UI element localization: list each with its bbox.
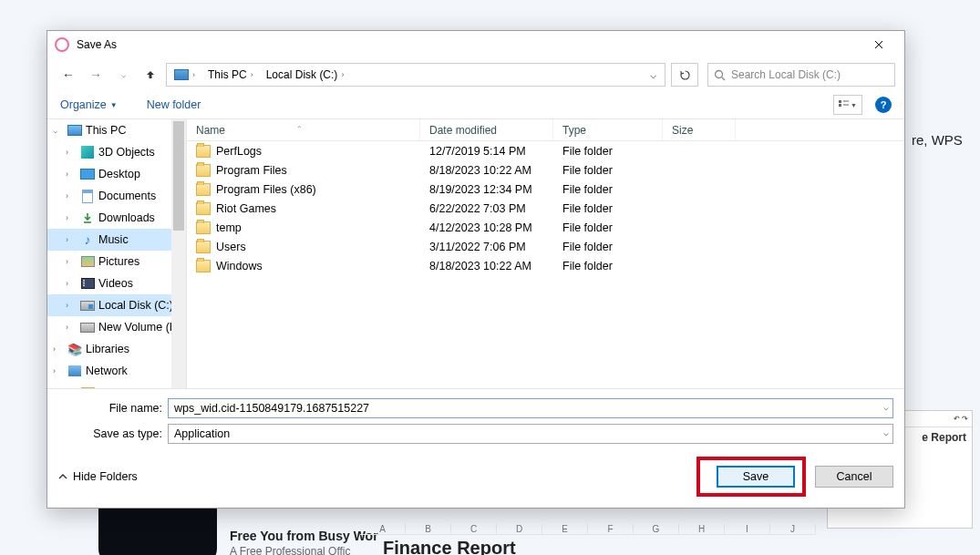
expand-icon[interactable]: › bbox=[66, 235, 77, 244]
file-row[interactable]: Users3/11/2022 7:06 PMFile folder bbox=[187, 237, 904, 256]
lib-icon: 📚 bbox=[67, 342, 82, 356]
file-name: Windows bbox=[216, 260, 263, 272]
tree-item-label: Alice's English bbox=[98, 386, 171, 388]
col-name[interactable]: Name bbox=[196, 124, 225, 137]
col-size[interactable]: Size bbox=[663, 119, 736, 140]
tree-item-label: Desktop bbox=[98, 168, 140, 180]
file-name: Program Files (x86) bbox=[216, 183, 316, 196]
close-button[interactable] bbox=[861, 32, 897, 57]
tree-item-alice-s-english[interactable]: Alice's English bbox=[47, 382, 186, 388]
file-row[interactable]: Program Files (x86)8/19/2023 12:34 PMFil… bbox=[187, 180, 904, 199]
savetype-label: Save as type: bbox=[58, 427, 168, 440]
expand-icon[interactable]: › bbox=[66, 170, 77, 179]
cancel-button[interactable]: Cancel bbox=[815, 466, 893, 488]
expand-icon[interactable]: › bbox=[66, 279, 77, 288]
up-button[interactable] bbox=[139, 63, 162, 87]
tree-item-pictures[interactable]: ›Pictures bbox=[47, 251, 186, 272]
bg-headline: Free You from Busy Wor bbox=[230, 529, 378, 543]
tree-item-desktop[interactable]: ›Desktop bbox=[47, 163, 186, 185]
file-type: File folder bbox=[553, 260, 663, 272]
pic-icon bbox=[80, 254, 95, 269]
address-dropdown[interactable]: ⌵ bbox=[643, 68, 663, 81]
chevron-up-icon bbox=[58, 472, 67, 481]
file-type: File folder bbox=[553, 221, 663, 234]
savetype-dropdown-icon[interactable]: ⌵ bbox=[883, 427, 889, 437]
tree-item-this-pc[interactable]: ⌵This PC bbox=[47, 119, 186, 141]
new-folder-button[interactable]: New folder bbox=[147, 98, 201, 111]
pc-icon bbox=[67, 123, 82, 138]
folder-icon bbox=[196, 260, 211, 272]
savetype-combo[interactable]: Application ⌵ bbox=[168, 424, 893, 444]
list-body[interactable]: PerfLogs12/7/2019 5:14 PMFile folderProg… bbox=[187, 141, 904, 388]
tree-item-label: Local Disk (C:) bbox=[98, 299, 173, 312]
desk-icon bbox=[80, 167, 95, 181]
tree-item-downloads[interactable]: ›Downloads bbox=[47, 207, 186, 229]
file-row[interactable]: PerfLogs12/7/2019 5:14 PMFile folder bbox=[187, 141, 904, 160]
file-date: 4/12/2023 10:28 PM bbox=[420, 221, 553, 234]
tree-item-new-volume-d[interactable]: ›New Volume (D bbox=[47, 316, 186, 338]
expand-icon[interactable]: ⌵ bbox=[53, 126, 64, 135]
app-icon bbox=[55, 37, 69, 52]
folder-icon bbox=[196, 145, 211, 158]
search-input[interactable]: Search Local Disk (C:) bbox=[707, 63, 895, 87]
expand-icon[interactable]: › bbox=[66, 257, 77, 266]
tree-item-label: Documents bbox=[98, 190, 156, 202]
back-button[interactable]: ← bbox=[57, 63, 80, 87]
tree-item-label: This PC bbox=[86, 124, 126, 137]
tree-item-3d-objects[interactable]: ›3D Objects bbox=[47, 141, 186, 163]
bg-finance-title: Finance Report bbox=[383, 538, 516, 555]
file-row[interactable]: Windows8/18/2023 10:22 AMFile folder bbox=[187, 256, 904, 275]
help-button[interactable]: ? bbox=[875, 97, 892, 113]
expand-icon[interactable]: › bbox=[66, 191, 77, 200]
save-as-dialog: Save As ← → ⌵ › This PC› Local Disk (C:)… bbox=[46, 30, 905, 509]
doc-icon bbox=[80, 189, 95, 203]
file-name: PerfLogs bbox=[216, 145, 262, 158]
breadcrumb-seg-0[interactable]: Local Disk (C:) bbox=[266, 68, 338, 81]
expand-icon[interactable]: › bbox=[66, 213, 77, 222]
fold-icon bbox=[80, 385, 95, 388]
bg-sheet-cols: ABCDEFGHIJ bbox=[360, 524, 816, 535]
tree-item-music[interactable]: ›♪Music bbox=[47, 229, 186, 251]
tree-item-local-disk-c-[interactable]: ›Local Disk (C:) bbox=[47, 294, 186, 316]
address-bar[interactable]: › This PC› Local Disk (C:)› ⌵ bbox=[166, 63, 665, 87]
breadcrumb-root[interactable]: This PC bbox=[208, 68, 247, 81]
expand-icon[interactable]: › bbox=[66, 323, 77, 332]
expand-icon[interactable]: › bbox=[53, 344, 64, 354]
recent-dropdown[interactable]: ⌵ bbox=[111, 63, 135, 87]
filename-dropdown-icon[interactable]: ⌵ bbox=[883, 402, 889, 412]
save-button[interactable]: Save bbox=[717, 466, 795, 488]
file-row[interactable]: temp4/12/2023 10:28 PMFile folder bbox=[187, 218, 904, 237]
col-type[interactable]: Type bbox=[553, 119, 663, 140]
tree-item-documents[interactable]: ›Documents bbox=[47, 185, 186, 207]
col-date[interactable]: Date modified bbox=[420, 119, 553, 140]
filename-input[interactable]: wps_wid.cid-1150849179.1687515227 ⌵ bbox=[168, 398, 893, 418]
expand-icon[interactable]: › bbox=[66, 301, 77, 310]
file-row[interactable]: Riot Games6/22/2022 7:03 PMFile folder bbox=[187, 199, 904, 218]
tree-item-label: 3D Objects bbox=[98, 146, 155, 159]
music-icon: ♪ bbox=[80, 232, 95, 247]
tree-items: ⌵This PC›3D Objects›Desktop›Documents›Do… bbox=[47, 119, 186, 388]
tree-item-videos[interactable]: ›Videos bbox=[47, 272, 186, 294]
view-options[interactable]: ▼ bbox=[833, 95, 862, 115]
net-icon bbox=[67, 364, 82, 378]
tree-item-network[interactable]: ›Network bbox=[47, 360, 186, 382]
nav-row: ← → ⌵ › This PC› Local Disk (C:)› ⌵ Sear… bbox=[47, 58, 904, 91]
3d-icon bbox=[80, 145, 95, 159]
drive-icon bbox=[80, 320, 95, 334]
list-header[interactable]: Name⌃ Date modified Type Size bbox=[187, 119, 904, 141]
file-row[interactable]: Program Files8/18/2023 10:22 AMFile fold… bbox=[187, 160, 904, 180]
file-name: Users bbox=[216, 241, 246, 253]
tree-item-libraries[interactable]: ›📚Libraries bbox=[47, 338, 186, 360]
expand-icon[interactable]: › bbox=[53, 366, 64, 375]
forward-button[interactable]: → bbox=[84, 63, 108, 87]
expand-icon[interactable]: › bbox=[66, 148, 77, 157]
organize-menu[interactable]: Organize▼ bbox=[60, 98, 118, 111]
tree-item-label: Music bbox=[98, 233, 129, 246]
hide-folders-toggle[interactable]: Hide Folders bbox=[58, 470, 138, 483]
pc-icon bbox=[174, 69, 189, 80]
file-type: File folder bbox=[553, 164, 663, 177]
filename-label: File name: bbox=[58, 402, 168, 415]
refresh-button[interactable] bbox=[671, 63, 698, 87]
file-type: File folder bbox=[553, 241, 663, 253]
tree-scrollbar[interactable] bbox=[171, 119, 186, 388]
